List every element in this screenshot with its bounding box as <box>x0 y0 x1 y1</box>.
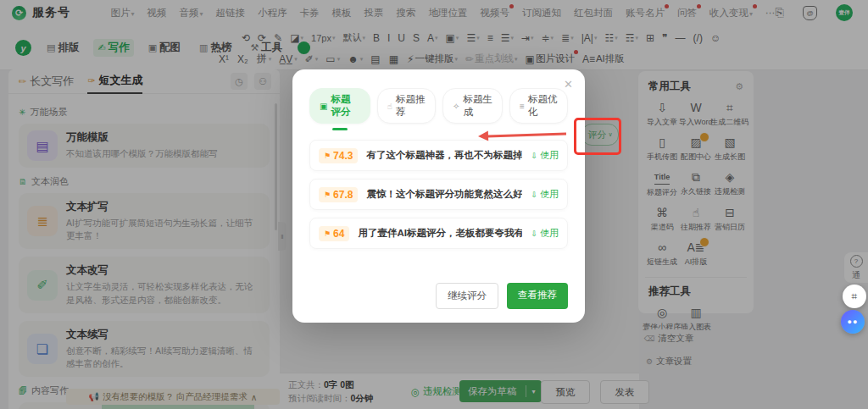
score-badge: ⚑67.8 <box>319 187 358 202</box>
flag-icon: ⚑ <box>324 191 331 199</box>
continue-score-button[interactable]: 继续评分 <box>436 283 498 309</box>
use-title-button[interactable]: ⇩使用 <box>531 227 559 240</box>
modal-tab[interactable]: ≡标题优化 <box>509 88 568 124</box>
title-text: 震惊！这个标题评分功能竟然这么好用…… <box>366 188 522 201</box>
use-title-button[interactable]: ⇩使用 <box>531 188 559 201</box>
scored-title-row: ⚑74.3 有了这个标题神器，再也不为标题掉头发！ ⇩使用 <box>309 140 568 171</box>
view-recommend-button[interactable]: 查看推荐 <box>507 283 568 309</box>
score-badge: ⚑74.3 <box>319 148 358 163</box>
modal-tab-icon: ✧ <box>453 102 459 111</box>
insert-icon: ⇩ <box>531 191 537 199</box>
modal-tab[interactable]: ☝标题推荐 <box>377 88 436 124</box>
insert-icon: ⇩ <box>531 229 537 238</box>
qr-float-button[interactable]: ⌗ <box>843 285 866 308</box>
modal-tab-icon: ▣ <box>320 102 327 111</box>
ai-assistant-icon[interactable]: ●● <box>841 310 865 334</box>
modal-tab[interactable]: ▣标题评分 <box>309 88 370 124</box>
scored-title-row: ⚑64 用了壹伴AI标题评分，老板都要夸我有创意 ⇩使用 <box>309 218 568 249</box>
title-text: 有了这个标题神器，再也不为标题掉头发！ <box>366 149 522 162</box>
use-title-button[interactable]: ⇩使用 <box>531 149 559 162</box>
annotation-highlight-box <box>574 118 621 155</box>
score-badge: ⚑64 <box>319 226 349 241</box>
flag-icon: ⚑ <box>324 152 331 160</box>
app-window: ⟳ 服务号 图片▾ 视频 音频▾ 超链接 小程序 卡券 模板 投票 搜索 <box>0 0 868 409</box>
insert-icon: ⇩ <box>531 152 537 160</box>
modal-tab-icon: ☝ <box>387 102 392 111</box>
close-icon[interactable]: ✕ <box>564 78 573 91</box>
modal-tab-icon: ≡ <box>520 102 525 111</box>
flag-icon: ⚑ <box>324 229 331 238</box>
title-text: 用了壹伴AI标题评分，老板都要夸我有创意 <box>358 227 522 240</box>
scored-title-row: ⚑67.8 震惊！这个标题评分功能竟然这么好用…… ⇩使用 <box>309 179 568 210</box>
title-score-modal: ✕ ▣标题评分 ☝标题推荐 ✧标题生成 ≡标题优化 ⚑74.3 有了这个标题神器… <box>292 69 585 323</box>
modal-tab[interactable]: ✧标题生成 <box>442 88 503 124</box>
